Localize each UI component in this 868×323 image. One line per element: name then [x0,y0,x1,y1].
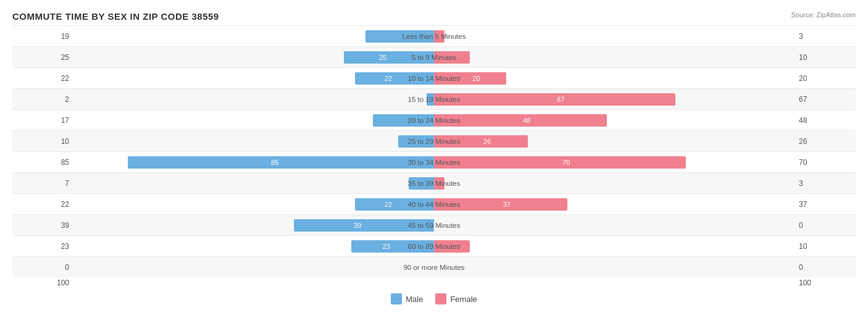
male-legend-box [391,293,402,304]
bars-container: 223740 to 44 Minutes [74,198,794,211]
bar-section: 3945 to 59 Minutes [74,215,794,235]
female-bar: 70 [434,156,686,169]
chart-title: COMMUTE TIME BY SEX IN ZIP CODE 38559 [12,11,856,22]
bar-section: 90 or more Minutes [74,257,794,277]
chart-row: 174820 to 24 Minutes48 [12,109,856,130]
male-bar: 39 [294,219,434,232]
legend-male: Male [391,293,423,304]
male-value-label: 25 [12,53,74,62]
male-bar [398,135,434,148]
source-label: Source: ZipAtlas.com [791,11,856,19]
bar-section: 223740 to 44 Minutes [74,194,794,214]
male-value-label: 85 [12,158,74,167]
bars-container: 35 to 39 Minutes [74,177,794,190]
bars-container: 3945 to 59 Minutes [74,219,794,232]
female-bar [434,30,444,43]
bars-container: 4820 to 24 Minutes [74,114,794,127]
bar-section: 35 to 39 Minutes [74,173,794,193]
bar-section: 222010 to 14 Minutes [74,68,794,88]
female-value-label: 10 [794,53,856,62]
female-inner-value: 67 [554,96,564,103]
female-legend-label: Female [450,295,477,304]
bars-container: 2360 to 89 Minutes [74,240,794,253]
chart-row: 85857030 to 34 Minutes70 [12,151,856,172]
male-value-label: 19 [12,32,74,41]
chart-row: 393945 to 59 Minutes0 [12,214,856,235]
chart-row: 735 to 39 Minutes3 [12,172,856,193]
female-value-label: 3 [794,32,856,41]
bar-section: 857030 to 34 Minutes [74,152,794,172]
legend: Male Female [12,293,856,304]
female-value-label: 48 [794,116,856,125]
bar-section: Less than 5 Minutes [74,26,794,46]
male-value-label: 2 [12,95,74,104]
bar-section: 6715 to 19 Minutes [74,89,794,109]
female-bar: 48 [434,114,607,127]
male-inner-value: 39 [354,222,364,229]
female-value-label: 10 [794,242,856,251]
bars-container: 857030 to 34 Minutes [74,156,794,169]
male-inner-value: 22 [385,75,394,82]
female-inner-value: 70 [560,159,570,166]
bars-container: 6715 to 19 Minutes [74,93,794,106]
female-value-label: 0 [794,221,856,230]
male-value-label: 17 [12,116,74,125]
male-value-label: 0 [12,263,74,272]
female-bar [434,51,470,64]
male-value-label: 23 [12,242,74,251]
chart-row: 26715 to 19 Minutes67 [12,88,856,109]
female-inner-value: 48 [520,117,530,124]
female-inner-value: 37 [501,201,511,208]
chart-row: 19Less than 5 Minutes3 [12,25,856,46]
female-bar: 67 [434,93,675,106]
bar-section: 255 to 9 Minutes [74,47,794,67]
female-value-label: 20 [794,74,856,83]
bar-section: 2360 to 89 Minutes [74,236,794,256]
center-label-wrap: 90 or more Minutes [401,264,467,271]
chart-row: 090 or more Minutes0 [12,256,856,277]
chart-row: 25255 to 9 Minutes10 [12,46,856,67]
bars-container: 90 or more Minutes [74,261,794,274]
male-value-label: 10 [12,137,74,146]
female-value-label: 26 [794,137,856,146]
female-legend-box [435,293,446,304]
male-bar [365,30,434,43]
female-value-label: 67 [794,95,856,104]
chart-row: 102625 to 29 Minutes26 [12,130,856,151]
male-bar: 22 [355,72,434,85]
female-inner-value: 20 [470,75,480,82]
female-bar: 37 [434,198,567,211]
axis-row: 100100 [12,279,856,287]
male-bar: 22 [355,198,434,211]
chart-row: 232360 to 89 Minutes10 [12,235,856,256]
female-value-label: 3 [794,179,856,188]
chart-row: 22222010 to 14 Minutes20 [12,67,856,88]
male-value-label: 22 [12,74,74,83]
male-inner-value: 22 [385,201,394,208]
male-legend-label: Male [406,295,423,304]
bar-section: 2625 to 29 Minutes [74,131,794,151]
male-bar: 25 [344,51,434,64]
bar-section: 4820 to 24 Minutes [74,110,794,130]
female-inner-value: 26 [481,138,491,145]
legend-female: Female [435,293,477,304]
female-bar: 26 [434,135,528,148]
male-inner-value: 85 [271,159,281,166]
bars-container: 255 to 9 Minutes [74,51,794,64]
row-label: 90 or more Minutes [401,264,467,271]
male-value-label: 7 [12,179,74,188]
bars-container: 2625 to 29 Minutes [74,135,794,148]
male-bar: 23 [351,240,434,253]
male-bar [409,177,434,190]
male-bar: 85 [128,156,434,169]
male-inner-value: 23 [383,243,393,250]
male-bar [373,114,434,127]
male-inner-value: 25 [379,54,389,61]
female-bar: 20 [434,72,506,85]
bars-container: 222010 to 14 Minutes [74,72,794,85]
male-bar [427,93,434,106]
female-bar [434,240,470,253]
chart-area: 19Less than 5 Minutes325255 to 9 Minutes… [12,25,856,287]
female-bar [434,177,444,190]
axis-right-label: 100 [794,279,856,287]
